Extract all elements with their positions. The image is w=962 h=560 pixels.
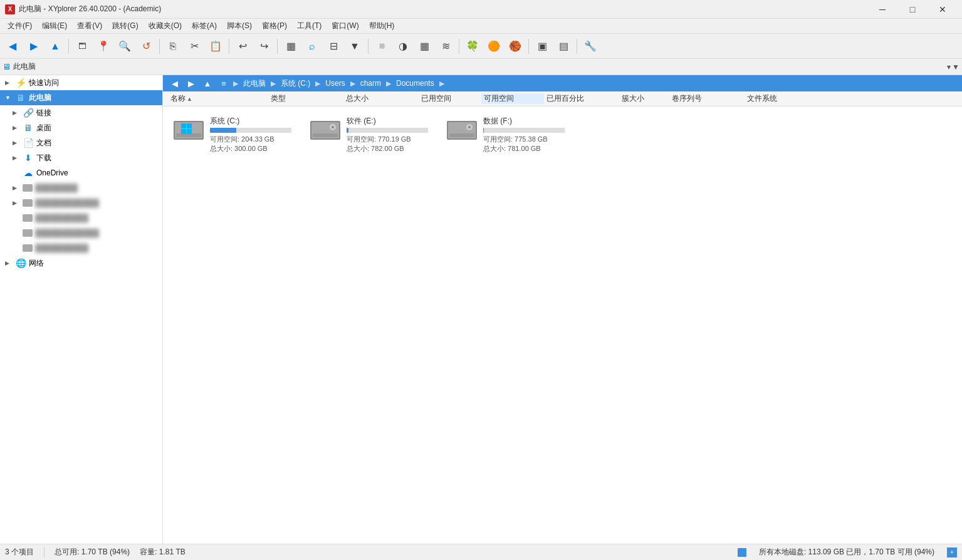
nav-list[interactable]: ≡	[217, 76, 231, 90]
close-button[interactable]: ✕	[928, 0, 957, 19]
network-icon: 🌐	[15, 258, 26, 268]
svg-rect-3	[181, 123, 186, 128]
sidebar-item-desktop[interactable]: ▶ 🖥 桌面	[0, 120, 162, 135]
sidebar-item-quickaccess[interactable]: ▶ ⚡ 快速访问	[0, 75, 162, 90]
drive-icon-c	[172, 116, 205, 142]
search2-button[interactable]: ⌕	[302, 36, 322, 56]
crumb-thispc[interactable]: 此电脑	[241, 78, 268, 90]
drives-button[interactable]: 🗔	[72, 36, 92, 56]
col-header-total[interactable]: 总大小	[343, 93, 419, 104]
paste-button[interactable]: 📋	[206, 36, 226, 56]
sidebar-item-thispc[interactable]: ▼ 🖥 此电脑	[0, 90, 162, 105]
redo-button[interactable]: ↪	[254, 36, 274, 56]
col-header-cluster[interactable]: 簇大小	[619, 93, 669, 104]
menu-goto[interactable]: 跳转(G)	[107, 19, 143, 33]
nav-back[interactable]: ◀	[168, 76, 182, 90]
status-expand-button[interactable]: +	[947, 547, 957, 557]
crumb-sep5: ▶	[439, 80, 444, 88]
forward-button[interactable]: ▶	[24, 36, 44, 56]
maximize-button[interactable]: □	[898, 0, 927, 19]
crumb-users[interactable]: Users	[323, 78, 347, 88]
drive-item-c[interactable]: 系统 (C:) 可用空间: 204.33 GB 总大小: 300.00 GB	[168, 111, 300, 158]
col-header-type[interactable]: 类型	[268, 93, 343, 104]
menu-view[interactable]: 查看(V)	[72, 19, 107, 33]
grid-button[interactable]: ▦	[414, 36, 434, 56]
col-header-used-space[interactable]: 已用空间	[419, 93, 481, 104]
addr-filter-icon[interactable]: ▼	[952, 63, 959, 71]
sidebar-item-documents[interactable]: ▶ 📄 文档	[0, 135, 162, 150]
drive-item-f[interactable]: 数据 (F:) 可用空间: 775.38 GB 总大小: 781.00 GB	[441, 111, 573, 158]
crumb-charm[interactable]: charm	[358, 78, 384, 88]
nav-forward[interactable]: ▶	[184, 76, 198, 90]
color1-button[interactable]: 🍀	[463, 36, 483, 56]
col-header-fs[interactable]: 文件系统	[745, 93, 807, 104]
refresh-button[interactable]: ↺	[136, 36, 156, 56]
filter-drop-button[interactable]: ▼	[345, 36, 365, 56]
menu-tools[interactable]: 工具(T)	[292, 19, 327, 33]
addr-down-arrow[interactable]: ▾	[947, 63, 951, 71]
sidebar-item-onedrive[interactable]: ☁ OneDrive	[0, 165, 162, 180]
drive-free-e: 可用空间: 770.19 GB	[347, 135, 432, 144]
toolbar-separator-7	[528, 39, 529, 54]
drive-free-c: 可用空间: 204.33 GB	[210, 135, 295, 144]
sidebar-item-downloads[interactable]: ▶ ⬇ 下载	[0, 150, 162, 165]
svg-rect-5	[181, 129, 186, 134]
copy-button[interactable]: ⎘	[163, 36, 183, 56]
sidebar-item-blurred5[interactable]: ██████████	[0, 241, 162, 256]
sidebar: ▶ ⚡ 快速访问 ▼ 🖥 此电脑 ▶ 🔗 链接 ▶ 🖥 桌面	[0, 75, 163, 544]
dark-button[interactable]: ◑	[393, 36, 413, 56]
filter-button[interactable]: ⊟	[323, 36, 343, 56]
sidebar-item-blurred1[interactable]: ▶ ████████	[0, 180, 162, 195]
search-button[interactable]: 🔍	[115, 36, 135, 56]
menu-file[interactable]: 文件(F)	[3, 19, 37, 33]
col-header-name[interactable]: 名称 ▲	[168, 93, 268, 104]
sidebar-item-links[interactable]: ▶ 🔗 链接	[0, 105, 162, 120]
back-button[interactable]: ◀	[3, 36, 23, 56]
col-header-free-space[interactable]: 可用空间	[481, 93, 544, 104]
toolbar-separator-5	[368, 39, 369, 54]
sidebar-label-blurred1: ████████	[35, 184, 78, 192]
nav-up[interactable]: ▲	[201, 76, 214, 90]
layout-button[interactable]: ▦	[281, 36, 301, 56]
expand-icon-desktop: ▶	[13, 125, 20, 131]
minimize-button[interactable]: ─	[868, 0, 897, 19]
pane2-button[interactable]: ▤	[553, 36, 573, 56]
menu-help[interactable]: 帮助(H)	[364, 19, 400, 33]
drive-item-e[interactable]: 软件 (E:) 可用空间: 770.19 GB 总大小: 782.00 GB	[305, 111, 436, 158]
menu-tags[interactable]: 标签(A)	[187, 19, 222, 33]
catalog-button[interactable]: ⊞	[372, 36, 392, 56]
crumb-sep4: ▶	[386, 80, 391, 88]
col-header-pct[interactable]: 已用百分比	[544, 93, 619, 104]
expand-icon-links: ▶	[13, 110, 20, 116]
drive-free-f: 可用空间: 775.38 GB	[483, 135, 568, 144]
cut-button[interactable]: ✂	[184, 36, 204, 56]
menu-scripts[interactable]: 脚本(S)	[222, 19, 257, 33]
location-button[interactable]: 📍	[93, 36, 113, 56]
drive-bar-fill-c	[210, 128, 236, 133]
sidebar-item-network[interactable]: ▶ 🌐 网络	[0, 256, 162, 271]
sidebar-item-blurred3[interactable]: ██████████	[0, 210, 162, 226]
undo-button[interactable]: ↩	[233, 36, 253, 56]
menu-window[interactable]: 窗口(W)	[327, 19, 363, 33]
blurred3-icon	[23, 214, 33, 222]
color2-button[interactable]: 🟠	[484, 36, 504, 56]
crumb-c[interactable]: 系统 (C:)	[278, 78, 313, 90]
window-title: 此电脑 - XYplorer 26.40.0200 - (Academic)	[19, 4, 161, 14]
menu-edit[interactable]: 编辑(E)	[37, 19, 72, 33]
menu-panes[interactable]: 窗格(P)	[257, 19, 292, 33]
col-header-serial[interactable]: 卷序列号	[669, 93, 745, 104]
drive-total-e: 总大小: 782.00 GB	[347, 144, 432, 153]
columns-button[interactable]: ≋	[436, 36, 456, 56]
sidebar-item-blurred2[interactable]: ▶ ████████████	[0, 195, 162, 210]
drive-icon-e	[309, 116, 342, 142]
address-text[interactable]: 此电脑	[13, 61, 36, 72]
address-bar: 🖥 此电脑 ▾ ▼	[0, 59, 962, 75]
crumb-documents[interactable]: Documents	[394, 78, 437, 88]
menu-favorites[interactable]: 收藏夹(O)	[144, 19, 187, 33]
sidebar-item-blurred4[interactable]: ████████████	[0, 226, 162, 241]
tools2-button[interactable]: 🔧	[580, 36, 600, 56]
sidebar-label-documents: 文档	[36, 138, 51, 148]
pane1-button[interactable]: ▣	[532, 36, 552, 56]
up-button[interactable]: ▲	[45, 36, 65, 56]
color3-button[interactable]: 🏀	[505, 36, 525, 56]
